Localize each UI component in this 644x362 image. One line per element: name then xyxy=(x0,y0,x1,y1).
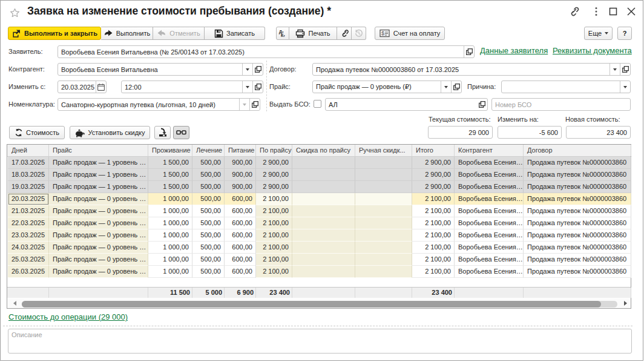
svg-text:$: $ xyxy=(381,30,384,36)
svg-text:Кт: Кт xyxy=(281,33,285,38)
